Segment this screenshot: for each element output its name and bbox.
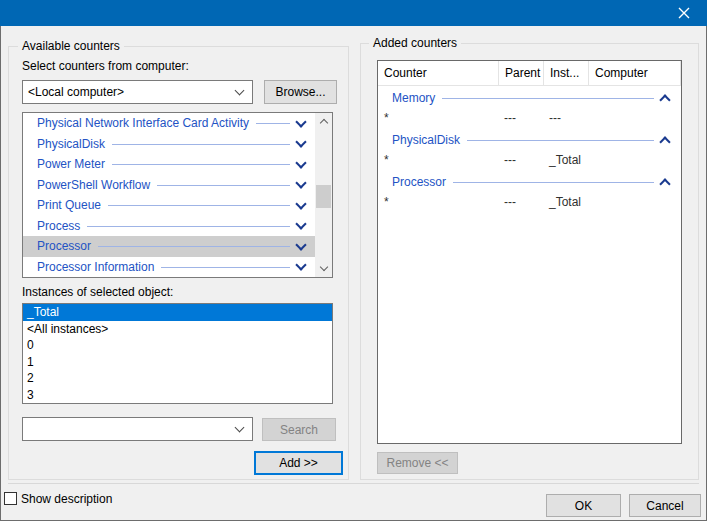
added-group-row[interactable]: Memory [378,88,681,108]
cell-counter: * [378,195,499,209]
table-header-row: Counter Parent Inst... Computer [378,61,681,86]
cancel-button[interactable]: Cancel [629,494,701,517]
footer-divider [8,483,699,484]
scroll-down-button[interactable] [315,260,332,277]
counter-item[interactable]: PowerShell Workflow [23,175,315,196]
added-group-label: PhysicalDisk [392,133,460,147]
chevron-down-icon [235,423,245,433]
added-counter-row[interactable]: * --- --- [378,108,681,128]
close-button[interactable] [661,0,707,26]
column-header-counter[interactable]: Counter [378,61,499,85]
instance-item-selected[interactable]: _Total [23,304,332,321]
instance-search-input[interactable] [23,421,232,437]
counter-item[interactable]: Processor Information [23,257,315,278]
chevron-down-icon[interactable] [295,239,306,250]
chevron-up-icon[interactable] [659,136,670,147]
leader-line [112,144,290,145]
added-counters-group-label: Added counters [369,36,461,50]
remove-button[interactable]: Remove << [377,452,458,474]
instance-label: 0 [27,338,34,352]
leader-line [453,182,654,183]
counter-item[interactable]: Process [23,216,315,237]
chevron-down-icon [319,263,327,271]
added-counters-table: Counter Parent Inst... Computer Memory *… [377,60,682,444]
counters-listbox: Physical Network Interface Card Activity… [22,112,333,278]
counter-item[interactable]: Physical Network Interface Card Activity [23,113,315,134]
counter-label: Process [37,219,80,233]
column-header-computer[interactable]: Computer [589,61,681,85]
counters-scrollbar[interactable] [315,113,332,277]
chevron-up-icon[interactable] [659,94,670,105]
cell-parent: --- [499,195,544,209]
counter-label: Processor Information [37,260,154,274]
leader-line [98,246,290,247]
instance-label: <All instances> [27,322,108,336]
leader-line [157,185,290,186]
leader-line [112,164,290,165]
chevron-up-icon[interactable] [659,178,670,189]
counter-label: PowerShell Workflow [37,178,150,192]
instance-label: 2 [27,371,34,385]
added-counter-row[interactable]: * --- _Total [378,192,681,212]
added-group-row[interactable]: Processor [378,172,681,192]
counter-item-selected[interactable]: Processor [23,236,315,257]
scrollbar-thumb[interactable] [316,185,331,208]
counter-item[interactable]: Power Meter [23,154,315,175]
leader-line [256,123,290,124]
instance-item[interactable]: 3 [23,387,332,404]
ok-button[interactable]: OK [546,494,621,517]
chevron-down-icon[interactable] [295,178,306,189]
leader-line [108,205,290,206]
instance-item[interactable]: 2 [23,370,332,387]
chevron-down-icon[interactable] [295,137,306,148]
column-header-instance[interactable]: Inst... [544,61,589,85]
column-header-parent[interactable]: Parent [499,61,544,85]
counter-label: Physical Network Interface Card Activity [37,116,249,130]
cell-instance: _Total [544,153,589,167]
cell-counter: * [378,153,499,167]
cell-instance: _Total [544,195,589,209]
computer-combo[interactable]: <Local computer> [22,80,253,104]
counter-item[interactable]: Print Queue [23,195,315,216]
counter-label: Print Queue [37,198,101,212]
scroll-up-button[interactable] [315,113,332,130]
add-counters-dialog: { "colors": { "titlebar": "#0067b4", "ac… [0,0,707,521]
chevron-down-icon[interactable] [295,219,306,230]
chevron-down-icon[interactable] [295,260,306,271]
instance-item[interactable]: 0 [23,337,332,354]
counter-label: Power Meter [37,157,105,171]
show-description-label[interactable]: Show description [21,492,112,506]
added-group-row[interactable]: PhysicalDisk [378,130,681,150]
cell-parent: --- [499,111,544,125]
available-counters-group-label: Available counters [18,39,124,53]
instance-label: _Total [27,305,59,319]
leader-line [467,140,654,141]
add-button[interactable]: Add >> [254,451,343,475]
search-button[interactable]: Search [262,418,336,441]
instance-label: 3 [27,388,34,402]
added-counter-row[interactable]: * --- _Total [378,150,681,170]
instance-item[interactable]: <All instances> [23,321,332,338]
select-counters-label: Select counters from computer: [22,59,189,73]
cell-parent: --- [499,153,544,167]
browse-button[interactable]: Browse... [264,80,337,104]
chevron-down-icon[interactable] [295,116,306,127]
instances-listbox: _Total <All instances> 0 1 2 3 [22,303,333,404]
instance-search-combo[interactable] [22,417,253,441]
chevron-down-icon[interactable] [295,157,306,168]
instance-item[interactable]: 1 [23,354,332,371]
counter-item[interactable]: PhysicalDisk [23,134,315,155]
close-icon [678,7,690,19]
leader-line [442,98,654,99]
instances-label: Instances of selected object: [22,285,173,299]
titlebar[interactable] [0,0,707,26]
leader-line [87,226,290,227]
added-group-label: Memory [392,91,435,105]
chevron-up-icon [319,119,327,127]
counter-label: Processor [37,239,91,253]
cell-instance: --- [544,111,589,125]
instance-label: 1 [27,355,34,369]
show-description-checkbox[interactable] [4,492,17,505]
cell-counter: * [378,111,499,125]
chevron-down-icon[interactable] [295,198,306,209]
